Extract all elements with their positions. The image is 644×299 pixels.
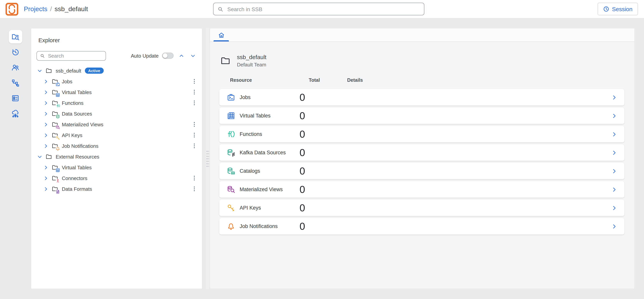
- tree-item-label: Functions: [62, 100, 84, 106]
- resource-total: 0: [300, 183, 305, 195]
- chevron-right-icon[interactable]: [44, 100, 48, 105]
- tree-row-virtual-tables[interactable]: Virtual Tables: [31, 162, 202, 173]
- tab-bar: [210, 28, 634, 42]
- tab-home[interactable]: [213, 28, 230, 41]
- rail-item-cloud[interactable]: [9, 107, 22, 120]
- resource-row-catalogs[interactable]: Catalogs0: [219, 163, 624, 179]
- kebab-menu-icon[interactable]: [191, 174, 198, 182]
- explorer-toolbar: Auto Update: [36, 51, 196, 61]
- resource-label: Jobs: [240, 94, 250, 100]
- chevron-right-icon[interactable]: [44, 186, 48, 191]
- kebab-menu-icon[interactable]: [191, 99, 198, 107]
- explorer-search-input[interactable]: [47, 52, 102, 59]
- resource-row-job-notifications[interactable]: Job Notifications0: [219, 218, 624, 235]
- kebab-menu-icon[interactable]: [191, 77, 198, 85]
- kebab-menu-icon[interactable]: [191, 120, 198, 128]
- kebab-menu-icon[interactable]: [191, 185, 198, 193]
- chevron-right-icon[interactable]: [44, 122, 48, 127]
- tree-item-label: API Keys: [62, 132, 82, 138]
- global-search-box[interactable]: [213, 3, 424, 15]
- chevron-right-icon[interactable]: [44, 133, 48, 138]
- tree-row-materialized-views[interactable]: Materialized Views: [31, 119, 202, 130]
- explorer-search-box[interactable]: [36, 51, 106, 60]
- chevron-right-icon[interactable]: [611, 168, 617, 174]
- explorer-panel: Explorer Auto Update ssb_defaultActiveJo…: [31, 28, 202, 289]
- resource-total: 0: [300, 220, 305, 232]
- collapse-down-button[interactable]: [189, 52, 196, 59]
- column-total: Total: [309, 77, 320, 83]
- chevron-right-icon[interactable]: [611, 205, 617, 211]
- resource-total: 0: [300, 110, 305, 122]
- collapse-up-button[interactable]: [178, 52, 185, 59]
- tree-row-connectors[interactable]: Connectors: [31, 173, 202, 183]
- chevron-right-icon[interactable]: [44, 165, 48, 170]
- resource-row-functions[interactable]: Functions0: [219, 126, 624, 142]
- chevron-right-icon[interactable]: [44, 176, 48, 181]
- materialized-views-icon: [226, 185, 236, 194]
- session-button[interactable]: Session: [597, 3, 638, 15]
- chevron-right-icon[interactable]: [611, 187, 617, 192]
- rail-item-forms[interactable]: [9, 91, 22, 105]
- kebab-menu-icon[interactable]: [191, 131, 198, 139]
- entity-text: ssb_default Default Team: [237, 54, 266, 67]
- badge-materialized-views-icon: [56, 125, 60, 129]
- search-icon: [217, 6, 224, 12]
- folder-icon: [52, 131, 59, 139]
- main-content: ssb_default Default Team Resource Total …: [210, 42, 634, 289]
- page-title: ssb_default: [237, 54, 266, 60]
- chevron-right-icon[interactable]: [611, 131, 617, 137]
- rail-item-history[interactable]: [9, 45, 22, 59]
- chevron-right-icon[interactable]: [611, 223, 617, 229]
- resource-row-materialized-views[interactable]: Materialized Views0: [219, 181, 624, 198]
- chevron-right-icon[interactable]: [44, 79, 48, 84]
- folder-icon: [45, 67, 52, 74]
- chevron-down-icon[interactable]: [37, 68, 42, 73]
- kebab-menu-icon[interactable]: [191, 88, 198, 96]
- global-search-input[interactable]: [226, 5, 420, 12]
- badge-virtual-tables-icon: [56, 168, 60, 172]
- breadcrumb-projects-link[interactable]: Projects: [24, 5, 48, 13]
- tree-row-data-formats[interactable]: Data Formats: [31, 183, 202, 194]
- resource-row-virtual-tables[interactable]: Virtual Tables0: [219, 107, 624, 124]
- resource-list: Jobs0Virtual Tables0Functions0Kafka Data…: [219, 89, 624, 235]
- tree-row-api-keys[interactable]: API Keys: [31, 130, 202, 140]
- chevron-right-icon[interactable]: [44, 90, 48, 95]
- chevron-right-icon[interactable]: [44, 111, 48, 116]
- auto-update-toggle[interactable]: [162, 53, 174, 59]
- explorer-title: Explorer: [38, 37, 202, 43]
- badge-connectors-icon: [56, 179, 60, 183]
- tree-row-ssb-default[interactable]: ssb_defaultActive: [31, 65, 202, 76]
- chevron-right-icon[interactable]: [611, 94, 617, 100]
- tree-row-functions[interactable]: Functions: [31, 97, 202, 108]
- tree-item-label: Jobs: [62, 78, 72, 84]
- chevron-right-icon[interactable]: [44, 143, 48, 148]
- rail-item-lineage[interactable]: [9, 76, 22, 89]
- folder-icon: [52, 110, 59, 117]
- panel-resize-handle[interactable]: [206, 28, 209, 289]
- chevron-right-icon[interactable]: [611, 113, 617, 119]
- resource-label: API Keys: [240, 205, 261, 211]
- tree-row-data-sources[interactable]: Data Sources: [31, 108, 202, 119]
- tree-row-external-resources[interactable]: External Resources: [31, 151, 202, 162]
- folder-icon: [52, 78, 59, 85]
- resource-row-api-keys[interactable]: API Keys0: [219, 200, 624, 216]
- chevron-up-icon: [179, 53, 184, 58]
- history-icon: [11, 48, 20, 56]
- page-subtitle: Default Team: [237, 62, 266, 67]
- tree-row-virtual-tables[interactable]: Virtual Tables: [31, 87, 202, 97]
- rail-item-teams[interactable]: [9, 61, 22, 74]
- rail-item-explorer[interactable]: [9, 30, 22, 43]
- explorer-toolbar-right: Auto Update: [131, 52, 196, 59]
- chevron-right-icon[interactable]: [611, 150, 617, 155]
- tree-row-jobs[interactable]: Jobs: [31, 76, 202, 87]
- ssb-logo-icon[interactable]: [6, 2, 18, 15]
- badge-api-keys-icon: [56, 136, 60, 140]
- clock-icon: [603, 6, 609, 12]
- folder-icon: [52, 121, 59, 128]
- chevron-down-icon[interactable]: [37, 154, 42, 159]
- kebab-menu-icon[interactable]: [191, 142, 198, 150]
- tree-row-job-notifications[interactable]: Job Notifications: [31, 140, 202, 151]
- resource-row-kafka-data-sources[interactable]: Kafka Data Sources0: [219, 144, 624, 161]
- resource-row-jobs[interactable]: Jobs0: [219, 89, 624, 106]
- badge-functions-icon: [56, 103, 60, 108]
